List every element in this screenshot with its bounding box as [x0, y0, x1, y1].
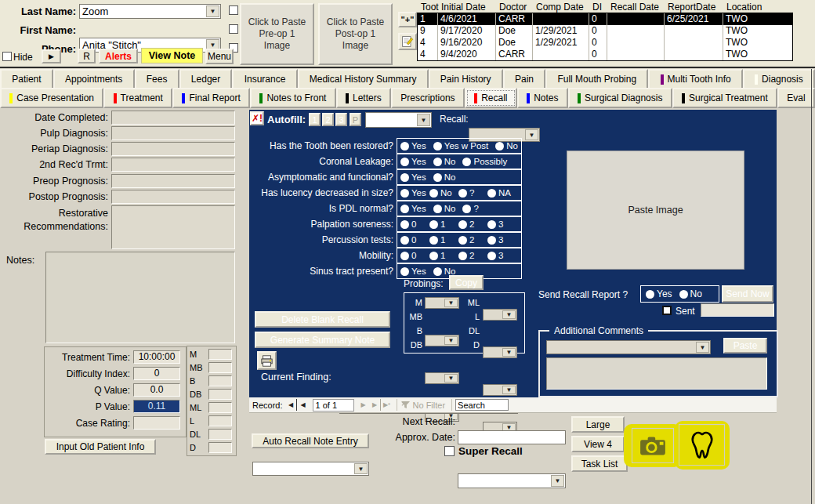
super-recall-checkbox[interactable] [444, 446, 455, 456]
additional-comments-combo[interactable]: ▼ [546, 340, 711, 354]
large-button[interactable]: Large [571, 416, 625, 433]
radio-option[interactable]: No [433, 172, 456, 182]
surface-m-field[interactable] [208, 349, 232, 360]
radio-icon[interactable] [400, 173, 409, 182]
radio-icon[interactable] [429, 236, 438, 245]
additional-comments-textarea[interactable] [546, 357, 767, 390]
view-note-button[interactable]: View Note [141, 48, 203, 63]
radio-option[interactable]: Yes [400, 141, 426, 150]
radio-icon[interactable] [487, 220, 496, 229]
preop-prognosis-field[interactable] [111, 174, 235, 188]
surface-db-field[interactable] [208, 389, 232, 400]
tab-pain[interactable]: Pain [503, 69, 545, 89]
radio-icon[interactable] [462, 205, 471, 213]
task-list-button[interactable]: Task List [571, 455, 628, 472]
tab-recall[interactable]: Recall [465, 88, 517, 108]
surface-d-field[interactable] [208, 442, 232, 453]
radio-icon[interactable] [458, 252, 467, 260]
radio-icon[interactable] [462, 158, 471, 166]
table-row[interactable]: 49/4/2020CARR0TWO [418, 49, 792, 60]
probing-m-combo[interactable]: ▼ [425, 297, 459, 309]
radio-icon[interactable] [400, 267, 409, 276]
radio-option[interactable]: No [679, 288, 702, 299]
tab-diagnosis[interactable]: Diagnosis [743, 69, 815, 89]
radio-icon[interactable] [433, 205, 442, 213]
tab-ledger[interactable]: Ledger [179, 69, 233, 89]
recall-date-combo[interactable]: 7 /22/2021 ▼ [365, 112, 432, 128]
radio-icon[interactable] [433, 267, 442, 276]
radio-icon[interactable] [487, 236, 496, 245]
radio-option[interactable]: 2 [458, 219, 487, 229]
chevron-down-icon[interactable]: ▼ [444, 374, 458, 383]
chevron-down-icon[interactable]: ▼ [354, 463, 368, 474]
radio-icon[interactable] [458, 189, 467, 198]
next-recall-combo[interactable]: ▼ [458, 473, 566, 488]
camera-button[interactable] [632, 428, 674, 463]
radio-icon[interactable] [487, 189, 496, 198]
chevron-down-icon[interactable]: ▼ [206, 5, 219, 17]
radio-icon[interactable] [429, 189, 438, 198]
recall-note-combo[interactable]: ▼ [252, 462, 369, 476]
expand-arrow-button[interactable]: ▶ [42, 49, 61, 63]
no-filter-label[interactable]: No Filter [413, 401, 446, 410]
radio-icon[interactable] [429, 220, 438, 229]
t1-checkbox[interactable] [229, 5, 238, 15]
tab-appointments[interactable]: Appointments [53, 69, 135, 89]
paste-preop-button[interactable]: Click to Paste Pre-op 1 Image [240, 3, 314, 65]
tooth-button[interactable] [679, 424, 725, 466]
radio-icon[interactable] [400, 158, 409, 166]
radio-option[interactable]: NA [487, 188, 516, 198]
radio-icon[interactable] [400, 142, 409, 150]
radio-option[interactable]: Yes [400, 172, 426, 182]
alerts-button[interactable]: Alerts [99, 49, 138, 63]
chevron-down-icon[interactable]: ▼ [417, 114, 430, 126]
tab-final-report[interactable]: Final Report [172, 88, 250, 108]
close-autofill-button[interactable]: ✗! [250, 111, 264, 125]
tab-eval[interactable]: Eval [777, 88, 815, 108]
radio-option[interactable]: Possibly [462, 157, 507, 166]
radio-option[interactable]: 1 [429, 219, 458, 229]
chevron-down-icon[interactable]: ▼ [696, 342, 709, 353]
chevron-down-icon[interactable]: ▼ [502, 348, 516, 357]
second-recd-trmt-field[interactable] [111, 158, 235, 172]
paste-postop-button[interactable]: Click to Paste Post-op 1 Image [318, 3, 393, 65]
radio-option[interactable]: 0 [400, 251, 429, 260]
next-record-button[interactable]: ▶ [357, 399, 370, 411]
probings-copy-button[interactable]: Copy [449, 275, 484, 290]
periap-diagnosis-field[interactable] [111, 142, 235, 156]
sent-date-field[interactable] [701, 303, 774, 317]
chevron-down-icon[interactable]: ▼ [551, 475, 564, 487]
hide-checkbox[interactable] [2, 52, 12, 61]
tab-prescriptions[interactable]: Prescriptions [391, 88, 465, 108]
date-completed-field[interactable] [111, 111, 235, 125]
probing-ml-combo[interactable]: ▼ [483, 309, 517, 321]
r-button[interactable]: R [78, 49, 96, 63]
probing-l-combo[interactable]: ▼ [483, 346, 517, 358]
postop-prognosis-field[interactable] [111, 190, 235, 204]
probing-b-combo[interactable]: ▼ [425, 372, 459, 384]
radio-option[interactable]: No [429, 188, 458, 198]
surface-b-field[interactable] [208, 375, 232, 386]
print-button[interactable] [257, 351, 277, 370]
radio-icon[interactable] [400, 252, 409, 260]
treatment-time-field[interactable]: 10:00:00 [133, 350, 180, 364]
radio-option[interactable]: 0 [400, 235, 429, 245]
radio-icon[interactable] [458, 236, 467, 245]
radio-icon[interactable] [495, 142, 504, 150]
radio-option[interactable]: 2 [458, 235, 487, 245]
table-row[interactable]: 99/17/2020Doe1/29/20210TWO [418, 25, 792, 37]
probing-mb-combo[interactable]: ▼ [425, 335, 459, 346]
tab-surgical-diagnosis[interactable]: Surgical Diagnosis [568, 88, 672, 108]
tab-notes[interactable]: Notes [517, 88, 568, 108]
case-rating-field[interactable] [133, 416, 180, 430]
radio-option[interactable]: Yes [400, 188, 429, 198]
radio-option[interactable]: No [433, 157, 456, 166]
chevron-down-icon[interactable]: ▼ [502, 386, 516, 394]
tab-surgical-treatment[interactable]: Surgical Treatment [672, 88, 777, 108]
chevron-down-icon[interactable]: ▼ [502, 310, 516, 319]
radio-option[interactable]: Yes w Post [433, 141, 488, 150]
radio-option[interactable]: No [495, 141, 518, 150]
table-row[interactable]: 49/16/2020Doe1/29/20210TWO [418, 37, 792, 49]
p-value-field[interactable]: 0.11 [133, 400, 180, 413]
t2-checkbox[interactable] [229, 24, 238, 34]
